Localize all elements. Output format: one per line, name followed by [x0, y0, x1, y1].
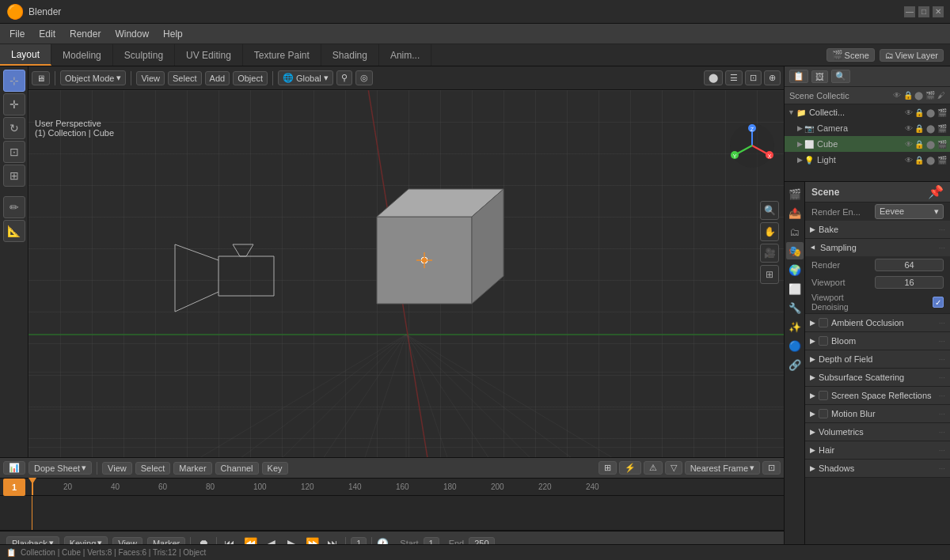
timeline-marker-menu[interactable]: Marker [173, 462, 211, 475]
gizmo-button[interactable]: ⊕ [764, 70, 781, 85]
menu-window[interactable]: Window [108, 27, 155, 41]
object-mode-dropdown[interactable]: Object Mode ▾ [60, 70, 126, 85]
vol-arrow-icon: ▶ [810, 428, 815, 436]
sync-mode-button[interactable]: ⊡ [762, 461, 781, 475]
tab-shading[interactable]: Shading [321, 44, 379, 66]
tab-layout[interactable]: Layout [0, 44, 51, 66]
transform-tool-button[interactable]: ⊞ [3, 165, 25, 187]
outliner-item-scene-collection[interactable]: ▼ 📁 Collecti... 👁 🔒 ⬤ 🎬 [785, 104, 950, 120]
measure-tool-button[interactable]: 📐 [3, 220, 25, 242]
minimize-button[interactable]: — [904, 6, 915, 17]
ssr-section-header[interactable]: ▶ Screen Space Reflections ··· [805, 387, 950, 404]
annotate-tool-button[interactable]: ✏ [3, 196, 25, 218]
move-tool-button[interactable]: ✛ [3, 93, 25, 115]
proportional-edit-button[interactable]: ◎ [355, 70, 373, 85]
menu-help[interactable]: Help [157, 27, 189, 41]
tab-modeling[interactable]: Modeling [51, 44, 113, 66]
frame-mode-button[interactable]: Nearest Frame ▾ [685, 461, 760, 475]
tab-uv-editing[interactable]: UV Editing [175, 44, 243, 66]
grid-view-button[interactable]: ⊞ [760, 265, 779, 284]
volumetrics-section-header[interactable]: ▶ Volumetrics ··· [805, 423, 950, 441]
scene-selector[interactable]: 🎬 Scene [826, 48, 875, 62]
ssr-toggle[interactable] [819, 391, 828, 400]
panel-search-btn[interactable]: 🔍 [831, 70, 850, 83]
prop-tab-modifiers[interactable]: 🔧 [786, 299, 804, 316]
view-layer-selector[interactable]: 🗂 View Layer [880, 49, 944, 62]
menu-render[interactable]: Render [63, 27, 107, 41]
bloom-toggle[interactable] [819, 336, 828, 346]
timeline-channel-menu[interactable]: Channel [215, 462, 259, 475]
dope-sheet-label[interactable]: Dope Sheet ▾ [28, 461, 92, 475]
rotate-tool-button[interactable]: ↻ [3, 117, 25, 139]
timeline-view-menu[interactable]: View [102, 462, 132, 475]
scale-tool-button[interactable]: ⊡ [3, 141, 25, 163]
timeline-key-menu[interactable]: Key [262, 462, 288, 475]
prop-tab-constraints[interactable]: 🔗 [786, 356, 804, 373]
warning-icon-button[interactable]: ⚠ [644, 461, 663, 475]
view-menu-button[interactable]: View [136, 71, 165, 85]
snap-button[interactable]: ⚲ [336, 70, 352, 85]
transform-orientation-button[interactable]: 🌐 Global ▾ [278, 70, 333, 85]
hand-tool-button[interactable]: ✋ [760, 222, 779, 241]
bloom-arrow-icon: ▶ [810, 337, 815, 345]
render-engine-select[interactable]: Eevee ▾ [875, 204, 944, 219]
prop-tab-render[interactable]: 🎬 [786, 185, 804, 202]
menu-edit[interactable]: Edit [32, 27, 62, 41]
ao-section-header[interactable]: ▶ Ambient Occlusion ··· [805, 314, 950, 331]
timeline-select-menu[interactable]: Select [135, 462, 171, 475]
select-menu-button[interactable]: Select [168, 71, 202, 85]
frame-80: 80 [206, 482, 215, 491]
axis-gizmo[interactable]: Z X Y [728, 122, 776, 169]
motion-blur-section-header[interactable]: ▶ Motion Blur ··· [805, 405, 950, 422]
bloom-section-header[interactable]: ▶ Bloom ··· [805, 332, 950, 350]
outliner-item-light[interactable]: ▶ 💡 Light 👁 🔒 ⬤ 🎬 [785, 152, 950, 168]
section-volumetrics: ▶ Volumetrics ··· [805, 423, 950, 441]
prop-tab-output[interactable]: 📤 [786, 204, 804, 221]
overlay-button[interactable]: ☰ [725, 70, 743, 85]
mb-toggle[interactable] [819, 409, 828, 418]
bake-section-header[interactable]: ▶ Bake ··· [805, 221, 950, 238]
close-button[interactable]: ✕ [933, 6, 944, 17]
tab-sculpting[interactable]: Sculpting [113, 44, 175, 66]
viewport-shading-button[interactable]: ⬤ [704, 70, 723, 85]
xray-button[interactable]: ⊡ [745, 70, 762, 85]
timeline-area[interactable] [0, 496, 784, 531]
shadows-section-header[interactable]: ▶ Shadows ··· [805, 460, 950, 477]
menu-file[interactable]: File [3, 27, 31, 41]
outliner-item-camera[interactable]: ▶ 📷 Camera 👁 🔒 ⬤ 🎬 [785, 120, 950, 136]
prop-tab-world[interactable]: 🌍 [786, 261, 804, 278]
sync-icon-button[interactable]: ⚡ [619, 461, 641, 475]
hair-section-header[interactable]: ▶ Hair ··· [805, 441, 950, 459]
filter-icon-button[interactable]: ⊞ [598, 461, 617, 475]
dof-section-header[interactable]: ▶ Depth of Field ··· [805, 350, 950, 368]
render-samples-input[interactable]: 64 [875, 259, 944, 271]
denoising-checkbox[interactable]: ✓ [933, 297, 944, 308]
sampling-section-header[interactable]: ▼ Sampling ··· [805, 239, 950, 256]
zoom-in-button[interactable]: 🔍 [760, 201, 779, 220]
prop-tab-scene[interactable]: 🎭 [786, 242, 804, 259]
tab-animation[interactable]: Anim... [379, 44, 431, 66]
properties-pin-button[interactable]: 📌 [928, 184, 944, 199]
prop-tab-object[interactable]: ⬜ [786, 280, 804, 297]
camera-view-button[interactable]: 🎥 [760, 244, 779, 263]
editor-type-icon[interactable]: 📋 [789, 70, 808, 83]
outliner-item-cube[interactable]: ▶ ⬜ Cube 👁 🔒 ⬤ 🎬 [785, 136, 950, 152]
viewport-samples-input[interactable]: 16 [875, 276, 944, 289]
sss-section-header[interactable]: ▶ Subsurface Scattering ··· [805, 369, 950, 386]
sss-arrow-icon: ▶ [810, 373, 815, 381]
editor-type-button[interactable]: 🖥 [32, 71, 50, 85]
prop-tab-view-layer[interactable]: 🗂 [786, 223, 804, 240]
prop-tab-physics[interactable]: 🔵 [786, 337, 804, 354]
ao-toggle[interactable] [819, 318, 828, 327]
cursor-tool-button[interactable]: ⊹ [3, 70, 25, 92]
dope-sheet-text: Dope Sheet [34, 464, 80, 473]
tab-texture-paint[interactable]: Texture Paint [243, 44, 321, 66]
prop-tab-particles[interactable]: ✨ [786, 318, 804, 335]
timeline-editor-type[interactable]: 📊 [3, 461, 25, 475]
filter-button[interactable]: ▽ [665, 461, 682, 475]
maximize-button[interactable]: □ [918, 6, 929, 17]
panel-mode-btn[interactable]: 🖼 [811, 70, 828, 83]
add-menu-button[interactable]: Add [205, 71, 230, 85]
hair-arrow-icon: ▶ [810, 446, 815, 454]
object-menu-button[interactable]: Object [233, 71, 268, 85]
